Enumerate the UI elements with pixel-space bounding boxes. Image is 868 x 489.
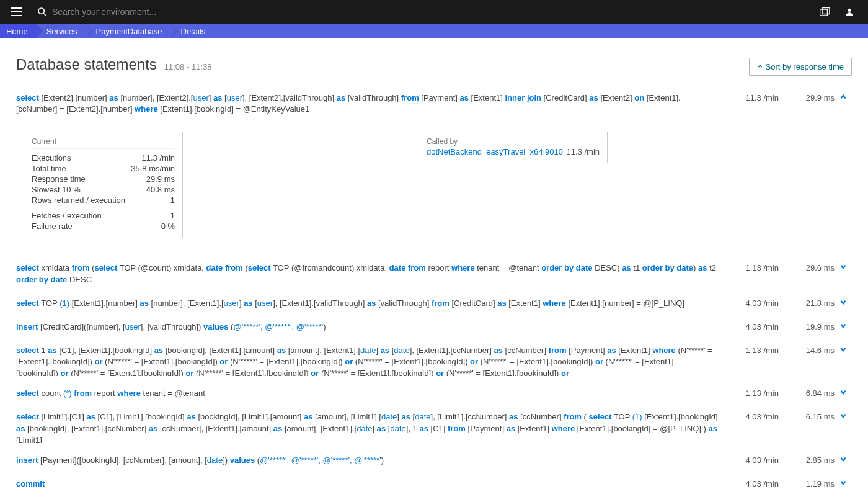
svg-point-0 [38,8,44,14]
detail-metric: Response time29.9 ms [32,174,175,184]
time-range: 11:08 - 11:38 [164,62,212,71]
response-time: 6.84 ms [779,388,835,398]
expand-toggle-icon[interactable] [835,321,852,332]
svg-rect-3 [822,8,830,14]
current-stats-box: CurrentExecutions11.3 /minTotal time35.8… [24,132,183,238]
search-icon[interactable] [32,7,52,17]
sql-statement[interactable]: select 1 as [C1], [Extent1].[bookingId] … [16,345,718,377]
page-title: Database statements [16,56,157,73]
response-time: 1.19 ms [779,479,835,488]
breadcrumb: Home Services PaymentDatabase Details [0,24,868,38]
executions-per-min: 1.13 /min [723,346,779,355]
expand-toggle-icon[interactable] [835,345,852,356]
statement-row: insert [Payment]([bookingId], [ccNumber]… [16,448,852,472]
expand-toggle-icon[interactable] [835,478,852,489]
svg-rect-2 [820,9,828,16]
expand-toggle-icon[interactable] [835,411,852,422]
box-title: Called by [427,137,600,147]
detail-metric: Failure rate0 % [32,221,175,231]
sql-statement[interactable]: select [Limit1].[C1] as [C1], [Limit1].[… [16,411,718,443]
sort-button[interactable]: Sort by response time [749,58,852,76]
user-icon[interactable] [842,4,857,19]
response-time: 14.6 ms [779,346,835,355]
executions-per-min: 4.03 /min [723,479,779,488]
statement-row: select [Limit1].[C1] as [C1], [Limit1].[… [16,405,852,448]
executions-per-min: 4.03 /min [723,455,779,465]
statement-row: select count (*) from report where tenan… [16,381,852,405]
expand-toggle-icon[interactable] [835,92,852,103]
detail-metric: Executions11.3 /min [32,153,175,163]
called-by-link[interactable]: dotNetBackend_easyTravel_x64:9010 [427,147,563,156]
box-title: Current [32,137,175,149]
executions-per-min: 1.13 /min [723,263,779,272]
detail-metric: Fetches / execution1 [32,210,175,221]
called-by-rate: 11.3 /min [564,147,600,156]
detail-metric: Rows returned / execution1 [32,195,175,205]
sql-statement[interactable]: commit [16,478,718,489]
detail-metric: Total time35.8 ms/min [32,163,175,174]
breadcrumb-item[interactable]: Home [0,24,35,38]
executions-per-min: 11.3 /min [723,93,779,102]
expand-toggle-icon[interactable] [835,298,852,308]
detail-metric: Slowest 10 %40.8 ms [32,184,175,195]
called-by-box: Called bydotNetBackend_easyTravel_x64:90… [418,132,608,163]
executions-per-min: 4.03 /min [723,322,779,331]
svg-line-1 [43,13,46,16]
response-time: 2.85 ms [779,455,835,465]
statement-row: commit4.03 /min1.19 ms [16,472,852,489]
sql-statement[interactable]: insert [Payment]([bookingId], [ccNumber]… [16,455,718,467]
response-time: 6.15 ms [779,412,835,421]
response-time: 21.8 ms [779,298,835,308]
dashboards-icon[interactable] [817,5,833,19]
sql-statement[interactable]: select TOP (1) [Extent1].[number] as [nu… [16,298,718,310]
search-input[interactable] [52,7,817,17]
sql-statement[interactable]: select count (*) from report where tenan… [16,388,718,400]
statement-row: insert [CreditCard]([number], [user], [v… [16,315,852,338]
top-bar [0,0,868,24]
statement-row: select xmldata from (select TOP (@count)… [16,256,852,291]
sql-statement[interactable]: insert [CreditCard]([number], [user], [v… [16,321,718,333]
response-time: 29.9 ms [779,93,835,102]
menu-icon[interactable] [6,4,27,20]
breadcrumb-item[interactable]: PaymentDatabase [85,24,170,38]
sql-statement[interactable]: select [Extent2].[number] as [number], [… [16,92,718,116]
response-time: 19.9 ms [779,322,835,331]
svg-point-4 [848,9,851,12]
expand-toggle-icon[interactable] [835,455,852,465]
expand-toggle-icon[interactable] [835,388,852,398]
expand-toggle-icon[interactable] [835,262,852,273]
executions-per-min: 4.03 /min [723,298,779,308]
statement-row: select TOP (1) [Extent1].[number] as [nu… [16,291,852,315]
statement-row: select 1 as [C1], [Extent1].[bookingId] … [16,338,852,382]
executions-per-min: 1.13 /min [723,388,779,398]
response-time: 29.6 ms [779,263,835,272]
statement-detail-panel: CurrentExecutions11.3 /minTotal time35.8… [16,120,852,256]
executions-per-min: 4.03 /min [723,412,779,421]
sql-statement[interactable]: select xmldata from (select TOP (@count)… [16,262,718,286]
statement-row: select [Extent2].[number] as [number], [… [16,86,852,121]
